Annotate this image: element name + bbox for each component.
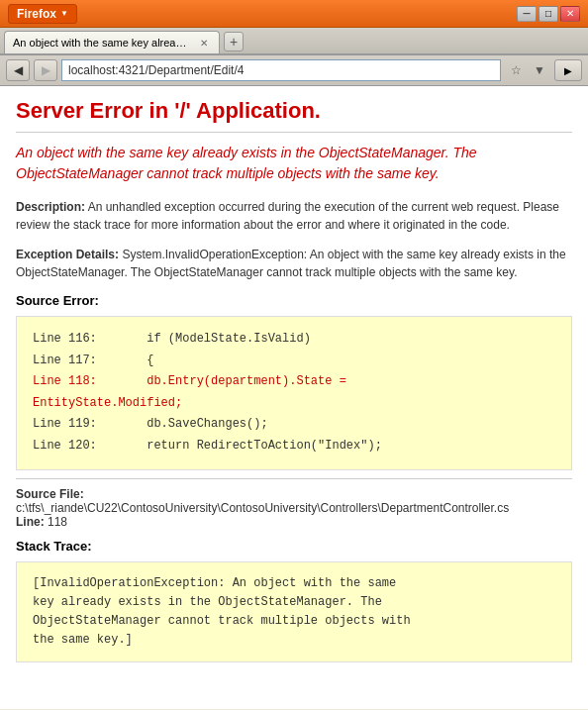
code-line-118b: EntityState.Modified; [33, 393, 555, 415]
address-icons: ☆ ▼ [505, 59, 550, 81]
exception-details-block: Exception Details: System.InvalidOperati… [16, 246, 572, 281]
address-dropdown-icon[interactable]: ▼ [529, 59, 550, 81]
back-icon: ◀ [14, 63, 23, 77]
code-line-120: Line 120: return RedirectToAction("Index… [33, 436, 555, 457]
description-block: Description: An unhandled exception occu… [16, 198, 572, 234]
stack-trace-code-block: [InvalidOperationException: An object wi… [16, 561, 572, 663]
firefox-menu-button[interactable]: Firefox [8, 4, 77, 24]
tab-close-button[interactable]: ✕ [197, 36, 211, 50]
code-line-119: Line 119: db.SaveChanges(); [33, 414, 555, 436]
new-tab-button[interactable]: + [224, 32, 244, 51]
address-input[interactable] [61, 59, 501, 81]
maximize-button[interactable]: □ [539, 6, 558, 22]
titlebar: Firefox ─ □ ✕ [0, 0, 588, 28]
tab-bar: An object with the same key alreadi exis… [0, 28, 588, 55]
close-button[interactable]: ✕ [560, 6, 580, 22]
forward-button[interactable]: ▶ [34, 59, 57, 81]
description-text: An unhandled exception occurred during t… [16, 200, 559, 232]
page-content: Server Error in '/' Application. An obje… [0, 86, 588, 709]
minimize-button[interactable]: ─ [517, 6, 537, 22]
forward-icon: ▶ [42, 63, 50, 77]
source-file-block: Source File: c:\tfs\_riande\CU22\Contoso… [16, 478, 572, 529]
code-line-118: Line 118: db.Entry(department).State = [33, 371, 555, 393]
source-file-path: c:\tfs\_riande\CU22\ContosoUniversity\Co… [16, 501, 509, 515]
error-message: An object with the same key already exis… [16, 143, 572, 184]
exception-label: Exception Details: [16, 248, 119, 261]
code-line-116: Line 116: if (ModelState.IsValid) [33, 329, 555, 351]
source-error-code-block: Line 116: if (ModelState.IsValid) Line 1… [16, 316, 572, 470]
back-button[interactable]: ◀ [6, 59, 30, 81]
nav-right-icon: ▶ [564, 65, 572, 76]
source-error-header: Source Error: [16, 293, 572, 308]
source-file-label: Source File: [16, 487, 84, 501]
page-wrapper: Server Error in '/' Application. An obje… [0, 86, 588, 709]
firefox-label: Firefox [17, 7, 56, 21]
line-label: Line: [16, 515, 45, 529]
description-label: Description: [16, 200, 85, 214]
address-bar: ◀ ▶ ☆ ▼ ▶ [0, 55, 588, 86]
code-line-117: Line 117: { [33, 351, 555, 372]
stack-trace-header: Stack Trace: [16, 539, 572, 554]
active-tab[interactable]: An object with the same key alreadi exis… [4, 31, 220, 53]
bookmark-star-icon[interactable]: ☆ [505, 59, 527, 81]
line-number: 118 [48, 515, 67, 529]
stack-trace-text: [InvalidOperationException: An object wi… [33, 576, 411, 648]
tab-title: An object with the same key alreadi exis… [13, 37, 191, 49]
nav-right-button[interactable]: ▶ [554, 59, 582, 81]
server-error-title: Server Error in '/' Application. [16, 98, 572, 133]
window-controls: ─ □ ✕ [517, 6, 580, 22]
